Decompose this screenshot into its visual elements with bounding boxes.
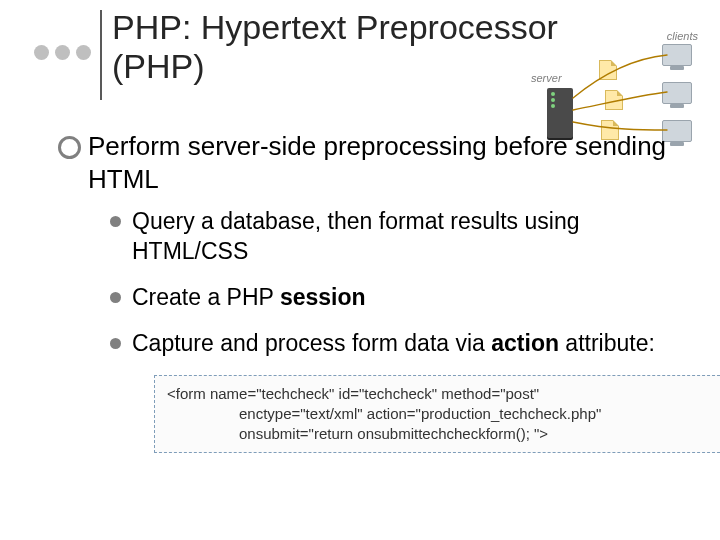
bullet-level2: Create a PHP session [110, 283, 678, 313]
clients-label: clients [667, 30, 698, 42]
disc-bullet-icon [110, 338, 121, 349]
header-dots-icon [34, 45, 91, 60]
bullet-text: Perform server-side preprocessing before… [88, 131, 666, 194]
code-line: onsubmit="return onsubmittechcheckform()… [167, 424, 712, 444]
title-divider [100, 10, 102, 100]
disc-bullet-icon [110, 292, 121, 303]
client-icon [662, 44, 692, 66]
bullet-text: Query a database, then format results us… [132, 208, 579, 264]
ring-bullet-icon [58, 136, 81, 159]
disc-bullet-icon [110, 216, 121, 227]
bullet-text: Capture and process form data via action… [132, 330, 655, 356]
bullet-text: Create a PHP session [132, 284, 366, 310]
code-box: <form name="techcheck" id="techcheck" me… [154, 375, 720, 454]
code-line: enctype="text/xml" action="production_te… [167, 404, 712, 424]
document-icon [599, 60, 617, 80]
bullet-level2: Query a database, then format results us… [110, 207, 678, 267]
bullet-level2: Capture and process form data via action… [110, 329, 678, 359]
server-label: server [531, 72, 562, 84]
code-line: <form name="techcheck" id="techcheck" me… [167, 385, 539, 402]
client-icon [662, 82, 692, 104]
document-icon [605, 90, 623, 110]
bullet-level1: Perform server-side preprocessing before… [58, 130, 678, 195]
